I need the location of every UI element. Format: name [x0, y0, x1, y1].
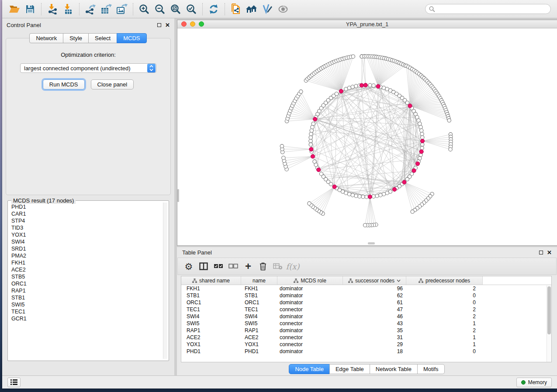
select-all-columns-icon[interactable]: [212, 260, 225, 273]
table-cell[interactable]: dominator: [277, 313, 343, 320]
table-cell[interactable]: [483, 313, 551, 320]
table-cell[interactable]: 2: [406, 285, 483, 292]
mcds-network-node[interactable]: [363, 83, 367, 87]
table-cell[interactable]: YOX1: [181, 341, 241, 348]
mcds-result-item[interactable]: PMA2: [10, 252, 162, 259]
optimization-criterion-select[interactable]: largest connected component (undirected): [20, 63, 156, 73]
table-cell[interactable]: 18: [343, 348, 406, 355]
network-node[interactable]: [420, 132, 424, 136]
table-cell[interactable]: dominator: [277, 285, 343, 292]
mcds-network-node[interactable]: [412, 168, 416, 172]
mcds-result-scrollbar[interactable]: [163, 203, 167, 359]
network-node[interactable]: [313, 160, 316, 163]
network-canvas[interactable]: [177, 28, 557, 245]
save-session-icon[interactable]: [22, 2, 38, 17]
table-cell[interactable]: connector: [277, 341, 343, 348]
table-cell[interactable]: [483, 341, 551, 348]
run-mcds-button[interactable]: Run MCDS: [43, 79, 85, 89]
table-cell[interactable]: 0: [406, 292, 483, 299]
mcds-network-node[interactable]: [376, 84, 380, 88]
table-row[interactable]: ORC1ORC1dominator610: [181, 299, 551, 306]
mcds-result-item[interactable]: PHD1: [10, 203, 162, 210]
table-cell[interactable]: 1: [406, 334, 483, 341]
mcds-result-item[interactable]: RAP1: [10, 287, 162, 294]
network-node[interactable]: [372, 84, 375, 87]
table-cell[interactable]: 46: [343, 313, 406, 320]
mcds-network-node[interactable]: [317, 168, 321, 172]
table-cell[interactable]: connector: [277, 334, 343, 341]
network-node[interactable]: [282, 156, 285, 159]
network-node[interactable]: [351, 193, 354, 197]
table-cell[interactable]: STB1: [181, 292, 241, 299]
table-row[interactable]: ACE2ACE2connector311: [181, 334, 551, 341]
table-cell[interactable]: 96: [343, 285, 406, 292]
float-panel-icon[interactable]: [157, 23, 161, 27]
table-cell[interactable]: [483, 292, 551, 299]
canvas-left-grip[interactable]: [177, 189, 179, 202]
tab-node-table[interactable]: Node Table: [289, 364, 330, 374]
table-cell[interactable]: SWI5: [181, 320, 241, 327]
table-cell[interactable]: YOX1: [241, 341, 277, 348]
mcds-result-item[interactable]: SWI5: [10, 301, 162, 308]
table-cell[interactable]: ACE2: [241, 334, 277, 341]
mcds-network-node[interactable]: [419, 150, 423, 154]
table-cell[interactable]: RAP1: [181, 327, 241, 334]
table-cell[interactable]: [483, 306, 551, 313]
mcds-result-item[interactable]: STB5: [10, 273, 162, 280]
network-node[interactable]: [420, 129, 423, 132]
table-cell[interactable]: [483, 348, 551, 355]
table-cell[interactable]: [483, 299, 551, 306]
mcds-network-node[interactable]: [339, 89, 343, 93]
mcds-result-item[interactable]: CAR1: [10, 210, 162, 217]
search-input[interactable]: [437, 6, 547, 12]
table-cell[interactable]: 2: [406, 313, 483, 320]
table-settings-gear-icon[interactable]: ⚙: [182, 260, 195, 273]
zoom-fit-icon[interactable]: [168, 2, 183, 17]
mcds-result-item[interactable]: TEC1: [10, 308, 162, 315]
network-node[interactable]: [405, 101, 409, 104]
table-cell[interactable]: connector: [277, 320, 343, 327]
table-cell[interactable]: dominator: [277, 327, 343, 334]
table-cell[interactable]: 2: [406, 327, 483, 334]
close-table-panel-icon[interactable]: ✕: [547, 250, 552, 255]
table-cell[interactable]: ACE2: [181, 334, 241, 341]
table-cell[interactable]: [483, 334, 551, 341]
table-cell[interactable]: SWI4: [181, 313, 241, 320]
table-row[interactable]: SWI4SWI4dominator462: [181, 313, 551, 320]
table-row[interactable]: FKH1FKH1dominator962: [181, 285, 551, 292]
mcds-network-node[interactable]: [402, 180, 406, 184]
task-history-button[interactable]: [7, 378, 21, 387]
network-node[interactable]: [309, 132, 313, 136]
network-node[interactable]: [421, 136, 424, 139]
mcds-network-node[interactable]: [368, 195, 372, 199]
refresh-icon[interactable]: [206, 2, 221, 17]
table-row[interactable]: SWI5SWI5connector431: [181, 320, 551, 327]
table-cell[interactable]: 61: [343, 299, 406, 306]
create-column-icon[interactable]: +: [242, 260, 255, 273]
table-cell[interactable]: connector: [277, 306, 343, 313]
table-cell[interactable]: 35: [343, 327, 406, 334]
network-node[interactable]: [351, 85, 354, 89]
network-graph[interactable]: [177, 28, 555, 245]
network-titlebar[interactable]: YPA_prune.txt_1: [177, 20, 557, 28]
zoom-selected-icon[interactable]: [183, 2, 199, 17]
mcds-network-node[interactable]: [311, 155, 315, 158]
mcds-network-node[interactable]: [332, 185, 336, 189]
table-cell[interactable]: 29: [343, 341, 406, 348]
mcds-network-node[interactable]: [415, 162, 419, 165]
open-session-icon[interactable]: [7, 2, 22, 17]
mcds-result-item[interactable]: ACE2: [10, 266, 162, 273]
search-field[interactable]: [425, 4, 551, 14]
table-cell[interactable]: ORC1: [241, 299, 277, 306]
network-node[interactable]: [420, 146, 424, 150]
canvas-bottom-grip[interactable]: [368, 242, 375, 244]
mcds-result-item[interactable]: TID3: [10, 224, 162, 231]
mcds-network-node[interactable]: [420, 139, 424, 143]
visual-style-icon[interactable]: [259, 2, 275, 17]
tab-select[interactable]: Select: [88, 33, 117, 43]
table-scrollbar-thumb[interactable]: [547, 286, 551, 334]
mcds-result-item[interactable]: GCR1: [10, 315, 162, 322]
network-node[interactable]: [319, 172, 323, 175]
network-node[interactable]: [382, 193, 385, 196]
zoom-out-icon[interactable]: [152, 2, 168, 17]
